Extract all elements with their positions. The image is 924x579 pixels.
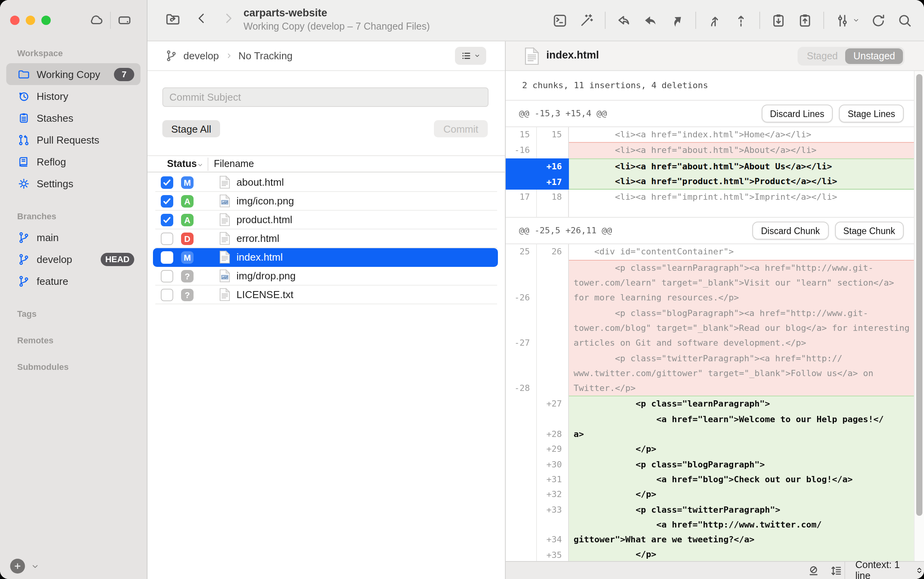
diff-line[interactable]: -27 <p class="blogParagraph"><a href="ht… bbox=[506, 305, 924, 351]
search-icon[interactable] bbox=[897, 12, 913, 28]
commit-subject-input[interactable] bbox=[162, 87, 489, 107]
zoom-window-button[interactable] bbox=[41, 16, 51, 25]
minimize-window-button[interactable] bbox=[26, 16, 35, 25]
stepper-icon[interactable] bbox=[915, 566, 924, 575]
diff-scroll-area[interactable]: 2 chunks, 11 insertions, 4 deletions @@ … bbox=[506, 71, 924, 561]
file-row-license.txt[interactable]: ?LICENSE.txt bbox=[147, 286, 505, 304]
scrollbar-thumb[interactable] bbox=[916, 74, 922, 516]
sliders-icon[interactable] bbox=[834, 12, 860, 28]
wand-icon[interactable] bbox=[578, 12, 595, 28]
sidebar-item-settings[interactable]: Settings bbox=[6, 172, 140, 194]
sidebar-item-reflog[interactable]: Reflog bbox=[6, 151, 140, 172]
terminal-icon[interactable] bbox=[552, 12, 568, 28]
diff-line[interactable]: 2526 <div id="contentContainer"> bbox=[506, 245, 924, 260]
file-name: error.html bbox=[236, 233, 279, 244]
working-copy-panel: develop No Tracking Stage All Commit Sta… bbox=[147, 41, 506, 579]
context-stepper[interactable]: Context: 1 line bbox=[855, 559, 924, 579]
sidebar-item-feature[interactable]: feature bbox=[6, 270, 140, 292]
clipboard-down-icon[interactable] bbox=[770, 12, 787, 28]
tab-staged[interactable]: Staged bbox=[799, 48, 846, 64]
cloud-icon[interactable] bbox=[88, 12, 105, 28]
stage-checkbox[interactable] bbox=[161, 233, 173, 245]
breadcrumb-tracking[interactable]: No Tracking bbox=[238, 50, 293, 62]
image-file-icon bbox=[219, 269, 230, 282]
sidebar-item-pull-requests[interactable]: Pull Requests bbox=[6, 129, 140, 151]
diff-line-text: <p class="blogParagraph"><a href="http:/… bbox=[569, 305, 924, 351]
discard-button[interactable]: Discard Chunk bbox=[752, 222, 828, 240]
diff-line[interactable]: +28 <a href="learn">Welcome to our Help … bbox=[506, 412, 924, 442]
file-row-img-icon.png[interactable]: Aimg/icon.png bbox=[147, 192, 505, 211]
close-window-button[interactable] bbox=[10, 16, 20, 25]
file-row-about.html[interactable]: Mabout.html bbox=[147, 173, 505, 192]
drive-icon[interactable] bbox=[116, 12, 133, 28]
diff-line[interactable]: +33 <p class="twitterParagraph"> bbox=[506, 502, 924, 517]
repo-folder-icon[interactable] bbox=[165, 11, 181, 27]
file-row-img-drop.png[interactable]: ?img/drop.png bbox=[147, 267, 505, 286]
commit-button[interactable]: Commit bbox=[434, 120, 488, 137]
undo-filled-icon[interactable] bbox=[642, 12, 659, 28]
sidebar-item-working-copy[interactable]: Working Copy7 bbox=[6, 63, 140, 85]
sidebar-section-header: Tags bbox=[17, 309, 147, 318]
diff-line[interactable]: +32 </p> bbox=[506, 487, 924, 502]
chevron-down-icon[interactable] bbox=[30, 561, 40, 571]
sidebar-item-develop[interactable]: developHEAD bbox=[6, 248, 140, 270]
tab-unstaged[interactable]: Unstaged bbox=[846, 48, 903, 64]
stage-button[interactable]: Stage Lines bbox=[839, 105, 904, 123]
diff-line[interactable]: +35 </p> bbox=[506, 547, 924, 561]
scrollbar-track[interactable] bbox=[914, 71, 924, 561]
diff-line[interactable]: +34 <a href="http://www.twitter.com/gitt… bbox=[506, 517, 924, 547]
back-button[interactable] bbox=[194, 11, 209, 26]
stage-checkbox[interactable] bbox=[161, 270, 173, 282]
sidebar-item-stashes[interactable]: Stashes bbox=[6, 107, 140, 129]
diff-line-text: <p class="learnParagraph"><a href="http:… bbox=[569, 260, 924, 306]
diff-line[interactable]: +31 <a href="blog">Check out our blog!</… bbox=[506, 472, 924, 487]
diff-line[interactable]: 1515 <li><a href="index.html">Home</a></… bbox=[506, 127, 924, 142]
file-row-index.html[interactable]: Mindex.html bbox=[147, 248, 505, 267]
diff-line[interactable]: -26 <p class="learnParagraph"><a href="h… bbox=[506, 260, 924, 306]
ignore-icon[interactable] bbox=[807, 564, 820, 577]
sidebar-item-label: feature bbox=[37, 275, 68, 287]
filename-column-header[interactable]: Filename bbox=[214, 158, 254, 169]
stage-button[interactable]: Stage Chunk bbox=[835, 222, 904, 240]
view-options-button[interactable] bbox=[455, 47, 486, 65]
diff-line[interactable]: +17 <li><a href="product.html">Product</… bbox=[506, 174, 924, 190]
new-line-number: +33 bbox=[537, 502, 569, 517]
old-line-number bbox=[506, 412, 537, 442]
share-arrow-icon[interactable] bbox=[616, 12, 632, 28]
sidebar-item-history[interactable]: History bbox=[6, 85, 140, 107]
forward-button[interactable] bbox=[221, 11, 236, 26]
add-repository-button[interactable] bbox=[10, 559, 25, 574]
document-file-icon bbox=[219, 250, 230, 264]
diff-line[interactable]: -28 <p class="twitterParagraph"><a href=… bbox=[506, 351, 924, 396]
file-row-error.html[interactable]: Derror.html bbox=[147, 229, 505, 248]
new-line-number: 15 bbox=[537, 127, 569, 142]
stage-checkbox[interactable] bbox=[161, 214, 173, 226]
stage-checkbox[interactable] bbox=[161, 251, 173, 264]
discard-button[interactable]: Discard Lines bbox=[761, 105, 833, 123]
diff-line[interactable]: -16 <li><a href="about.html">About</a></… bbox=[506, 142, 924, 158]
stage-checkbox[interactable] bbox=[161, 289, 173, 301]
branch-up-icon[interactable] bbox=[706, 12, 723, 28]
clipboard-up-icon[interactable] bbox=[797, 12, 813, 28]
sidebar-item-main[interactable]: main bbox=[6, 226, 140, 248]
diff-line-text: <a href="learn">Welcome to our Help page… bbox=[569, 412, 924, 442]
redo-filled-icon[interactable] bbox=[669, 12, 685, 28]
refresh-icon[interactable] bbox=[870, 12, 887, 28]
diff-line-text: </p> bbox=[569, 547, 924, 561]
dashed-up-icon[interactable] bbox=[733, 12, 749, 28]
diff-line[interactable]: +27 <p class="learnParagraph"> bbox=[506, 396, 924, 412]
old-line-number bbox=[506, 174, 537, 190]
line-spacing-icon[interactable] bbox=[830, 564, 843, 577]
stage-all-button[interactable]: Stage All bbox=[162, 120, 220, 137]
diff-line-text: <li><a href="product.html">Product</a></… bbox=[569, 174, 924, 190]
diff-line[interactable]: +16 <li><a href="about.html">About Us</a… bbox=[506, 158, 924, 174]
status-column-header[interactable]: Status bbox=[167, 158, 197, 169]
breadcrumb-branch[interactable]: develop bbox=[183, 50, 219, 62]
diff-line[interactable]: +29 </p> bbox=[506, 442, 924, 457]
history-icon bbox=[17, 89, 30, 103]
diff-line[interactable]: +30 <p class="blogParagraph"> bbox=[506, 457, 924, 472]
file-row-product.html[interactable]: Aproduct.html bbox=[147, 211, 505, 229]
stage-checkbox[interactable] bbox=[161, 176, 173, 189]
diff-line[interactable]: 1718 <li><a href="imprint.html">Imprint<… bbox=[506, 190, 924, 205]
stage-checkbox[interactable] bbox=[161, 195, 173, 208]
